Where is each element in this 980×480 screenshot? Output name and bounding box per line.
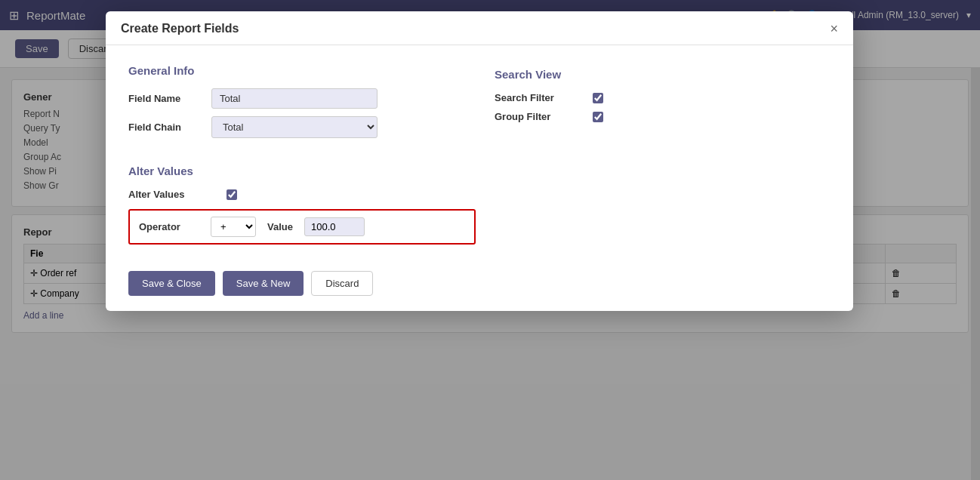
field-chain-select[interactable]: Total <box>211 116 378 138</box>
group-filter-label: Group Filter <box>495 111 585 122</box>
search-filter-checkbox[interactable] <box>593 93 603 103</box>
search-filter-row: Search Filter <box>495 92 831 103</box>
alter-values-section: Alter Values Alter Values Operator + - *… <box>128 165 831 245</box>
search-view-title: Search View <box>495 68 831 81</box>
operator-label: Operator <box>139 221 199 232</box>
operator-value-row: Operator + - * / Value <box>128 209 476 245</box>
search-view-section: Search View Search Filter Group Filter <box>495 64 831 146</box>
general-info-title: General Info <box>128 64 464 77</box>
search-filter-label: Search Filter <box>495 92 585 103</box>
modal-header: Create Report Fields × <box>106 11 853 45</box>
alter-values-checkbox[interactable] <box>227 189 237 200</box>
group-filter-row: Group Filter <box>495 111 831 122</box>
field-chain-label: Field Chain <box>128 122 204 133</box>
modal-title: Create Report Fields <box>121 22 239 35</box>
save-close-button[interactable]: Save & Close <box>128 271 215 296</box>
field-chain-row: Field Chain Total <box>128 116 464 138</box>
general-info-section: General Info Field Name Field Chain Tota… <box>128 64 464 146</box>
modal-body: General Info Field Name Field Chain Tota… <box>106 45 853 311</box>
dialog-footer: Save & Close Save & New Discard <box>128 271 831 296</box>
field-name-label: Field Name <box>128 93 204 104</box>
save-new-button[interactable]: Save & New <box>223 271 304 296</box>
modal-close-button[interactable]: × <box>830 22 838 35</box>
field-name-row: Field Name <box>128 88 464 109</box>
create-report-fields-modal: Create Report Fields × General Info Fiel… <box>106 11 853 311</box>
value-input[interactable] <box>304 217 365 236</box>
operator-select[interactable]: + - * / <box>211 217 256 237</box>
alter-values-checkbox-row: Alter Values <box>128 189 831 200</box>
discard-button[interactable]: Discard <box>311 271 373 296</box>
alter-values-title: Alter Values <box>128 165 831 177</box>
value-label: Value <box>267 221 293 232</box>
group-filter-checkbox[interactable] <box>593 112 603 122</box>
modal-two-columns: General Info Field Name Field Chain Tota… <box>128 64 831 146</box>
alter-values-label: Alter Values <box>128 189 219 200</box>
field-name-input[interactable] <box>211 88 378 109</box>
